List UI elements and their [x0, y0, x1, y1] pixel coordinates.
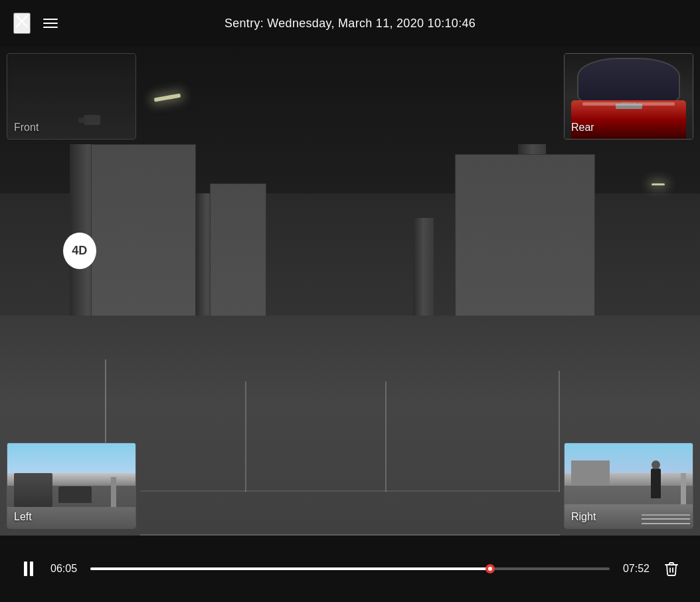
left-car [58, 486, 92, 503]
right-stripe [642, 523, 690, 524]
left-camera-label: Left [14, 511, 32, 523]
header: Sentry: Wednesday, March 11, 2020 10:10:… [0, 0, 700, 47]
progress-dot-inner [488, 567, 492, 571]
thumbnail-left[interactable]: Left [7, 443, 136, 529]
rear-camera-label: Rear [571, 122, 594, 134]
rear-windshield [577, 58, 679, 104]
video-area: 4D Front TESLA [0, 47, 700, 536]
right-camera-label: Right [571, 511, 596, 523]
menu-button[interactable] [43, 19, 58, 28]
total-time: 07:52 [620, 563, 650, 575]
main-video[interactable]: 4D Front TESLA [0, 47, 700, 536]
park-line-h2 [140, 490, 560, 492]
rear-car-text: TESLA [582, 102, 675, 106]
pause-bar-right [30, 561, 33, 576]
park-line [385, 381, 387, 492]
pause-button[interactable] [17, 557, 41, 581]
right-stripe3 [642, 514, 690, 516]
delete-button[interactable] [659, 557, 683, 581]
pause-icon [24, 561, 33, 576]
current-time: 06:05 [50, 563, 80, 575]
progress-handle[interactable] [485, 564, 495, 573]
right-stripe2 [642, 518, 690, 520]
left-sky [7, 443, 135, 473]
right-person [651, 468, 661, 498]
park-line [559, 371, 560, 492]
thumbnail-front[interactable]: Front [7, 53, 136, 140]
left-structure [14, 473, 52, 507]
playback-controls: 06:05 07:52 [0, 536, 700, 602]
pause-bar-left [24, 561, 27, 576]
thumbnail-rear[interactable]: TESLA Rear [564, 53, 693, 140]
ceiling-light-3 [652, 183, 665, 185]
level-sign: 4D [63, 233, 96, 269]
front-camera-label: Front [14, 122, 39, 134]
thumbnail-right[interactable]: Right [564, 443, 693, 529]
header-title: Sentry: Wednesday, March 11, 2020 10:10:… [224, 17, 476, 31]
progress-bar[interactable] [90, 567, 610, 570]
progress-fill [90, 567, 490, 570]
delete-icon [663, 561, 679, 577]
park-line [245, 381, 246, 492]
close-button[interactable] [13, 13, 31, 34]
